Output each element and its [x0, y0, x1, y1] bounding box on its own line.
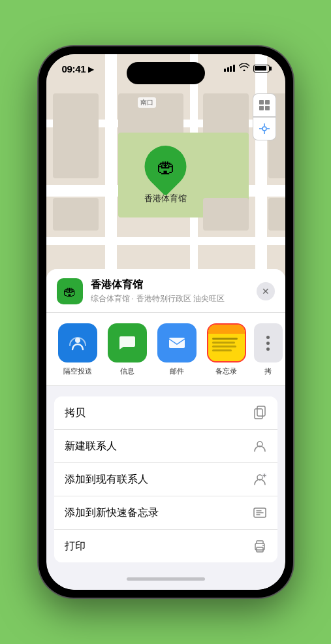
battery-icon	[253, 65, 270, 72]
svg-rect-11	[257, 406, 265, 416]
svg-rect-3	[265, 106, 270, 110]
messages-icon	[108, 323, 147, 362]
action-add-existing-label: 添加到现有联系人	[65, 473, 148, 487]
action-item-copy[interactable]: 拷贝	[54, 396, 277, 430]
notes-icon	[207, 323, 246, 362]
share-row: 隔空投送 信息	[46, 313, 285, 386]
print-icon	[253, 539, 267, 553]
map-type-button[interactable]	[253, 93, 276, 117]
home-bar	[127, 577, 205, 581]
location-info: 香港体育馆 综合体育馆 · 香港特别行政区 油尖旺区	[91, 278, 257, 304]
action-print-label: 打印	[65, 539, 86, 553]
svg-rect-10	[169, 338, 185, 348]
close-button[interactable]: ✕	[257, 282, 275, 300]
new-contact-icon	[253, 439, 267, 453]
svg-rect-0	[259, 100, 264, 105]
action-item-add-existing[interactable]: 添加到现有联系人	[54, 463, 277, 496]
action-list: 拷贝 新建联系人 添加到现有联系人	[54, 396, 277, 562]
messages-label: 信息	[120, 366, 134, 376]
location-icon: 🏟	[57, 278, 83, 304]
action-copy-label: 拷贝	[65, 406, 86, 420]
phone-screen: 09:41 ▶	[46, 54, 285, 590]
share-item-notes[interactable]: 备忘录	[206, 323, 247, 376]
svg-rect-1	[265, 100, 270, 105]
share-item-mail[interactable]: 邮件	[156, 323, 198, 376]
signal-bars-icon	[224, 65, 235, 72]
location-header: 🏟 香港体育馆 综合体育馆 · 香港特别行政区 油尖旺区 ✕	[46, 269, 285, 313]
location-arrow-icon: ▶	[88, 65, 94, 74]
mail-icon	[157, 323, 197, 362]
action-new-contact-label: 新建联系人	[65, 440, 117, 453]
status-time: 09:41	[62, 63, 86, 74]
notes-label: 备忘录	[215, 366, 237, 376]
svg-rect-12	[255, 409, 262, 419]
action-add-notes-label: 添加到新快速备忘录	[65, 506, 159, 520]
airdrop-icon	[58, 323, 97, 362]
location-name: 香港体育馆	[91, 278, 257, 292]
location-button[interactable]	[253, 117, 276, 140]
bottom-sheet: 🏟 香港体育馆 综合体育馆 · 香港特别行政区 油尖旺区 ✕	[46, 269, 285, 590]
more-label: 拷	[264, 366, 272, 376]
action-item-print[interactable]: 打印	[54, 530, 277, 562]
wifi-icon	[239, 63, 249, 73]
share-item-airdrop[interactable]: 隔空投送	[57, 323, 99, 376]
action-item-new-contact[interactable]: 新建联系人	[54, 430, 277, 463]
dynamic-island	[127, 62, 205, 84]
action-list-container: 拷贝 新建联系人 添加到现有联系人	[46, 386, 285, 562]
home-indicator	[46, 568, 285, 590]
location-subtitle: 综合体育馆 · 香港特别行政区 油尖旺区	[91, 293, 257, 304]
status-icons	[224, 63, 270, 73]
phone-frame: 09:41 ▶	[39, 46, 293, 598]
airdrop-label: 隔空投送	[63, 366, 92, 376]
map-label-nankou: 南口	[138, 97, 156, 108]
add-existing-icon	[253, 472, 267, 487]
svg-point-4	[262, 127, 266, 131]
copy-icon	[253, 406, 267, 420]
mail-label: 邮件	[170, 366, 184, 376]
location-pin: 🏟 香港体育馆	[144, 146, 187, 204]
share-item-messages[interactable]: 信息	[106, 323, 148, 376]
map-controls	[253, 93, 276, 140]
share-item-more[interactable]: 拷	[255, 323, 281, 376]
svg-point-24	[262, 545, 264, 546]
more-icon	[254, 323, 283, 362]
action-item-add-notes[interactable]: 添加到新快速备忘录	[54, 496, 277, 530]
svg-rect-2	[259, 106, 264, 110]
pin-emoji: 🏟	[157, 156, 175, 178]
add-notes-icon	[253, 506, 267, 520]
